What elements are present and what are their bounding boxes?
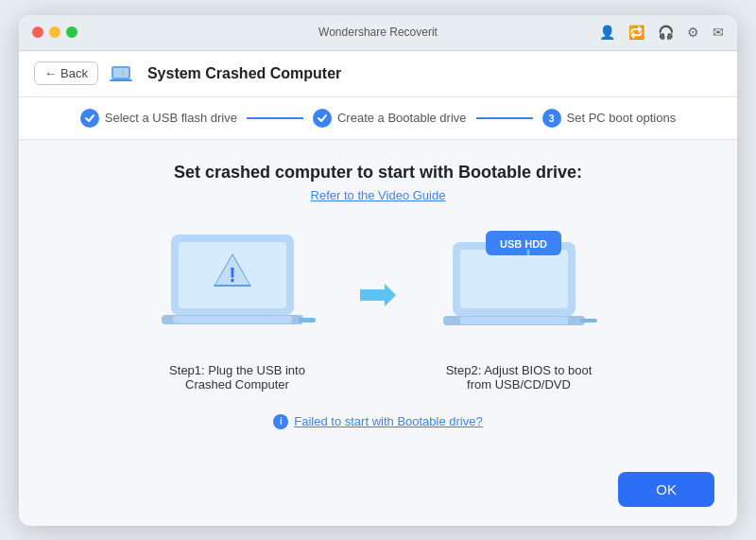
svg-rect-2 <box>110 79 132 81</box>
title-bar: Wondershare Recoverit 👤 🔁 🎧 ⚙ ✉ <box>19 15 737 51</box>
step-1-icon <box>80 109 99 128</box>
share-icon[interactable]: 🔁 <box>628 25 644 40</box>
video-guide-link[interactable]: Refer to the Video Guide <box>311 188 446 202</box>
content-title: Set crashed computer to start with Boota… <box>174 163 582 183</box>
connector-2 <box>476 117 533 119</box>
step1-label: Step1: Plug the USB into Crashed Compute… <box>152 363 322 392</box>
step-3: 3 Set PC boot options <box>542 109 677 128</box>
settings-icon[interactable]: ⚙ <box>687 25 699 40</box>
arrow-connector <box>360 225 396 308</box>
svg-rect-10 <box>173 316 292 323</box>
svg-text:USB HDD: USB HDD <box>500 238 547 250</box>
illustration-area: ! Step1: Plug the USB into Crashed Compu… <box>57 225 699 392</box>
step1-item: ! Step1: Plug the USB into Crashed Compu… <box>152 225 322 392</box>
step-3-icon: 3 <box>542 109 561 128</box>
step-1: Select a USB flash drive <box>80 109 237 128</box>
svg-rect-14 <box>460 250 568 308</box>
svg-rect-11 <box>299 318 316 322</box>
minimize-button[interactable] <box>49 26 60 38</box>
main-content: Set crashed computer to start with Boota… <box>19 140 737 472</box>
step-2-label: Create a Bootable drive <box>337 111 467 125</box>
main-window: Wondershare Recoverit 👤 🔁 🎧 ⚙ ✉ ← Back !… <box>19 15 737 526</box>
step-3-label: Set PC boot options <box>567 111 677 125</box>
step1-illustration: ! <box>152 225 322 348</box>
svg-rect-19 <box>460 317 568 324</box>
step1-laptop: ! <box>152 225 322 352</box>
page-title: System Crashed Computer <box>147 65 341 82</box>
header-icon: ! <box>110 61 136 87</box>
title-bar-icons: 👤 🔁 🎧 ⚙ ✉ <box>599 25 724 40</box>
step2-label: Step2: Adjust BIOS to boot from USB/CD/D… <box>434 363 604 392</box>
step-1-label: Select a USB flash drive <box>105 111 237 125</box>
connector-1 <box>247 117 303 119</box>
back-button[interactable]: ← Back <box>34 61 98 85</box>
step2-illustration: USB HDD <box>434 225 604 348</box>
step-2-icon <box>313 109 332 128</box>
svg-marker-12 <box>360 284 396 306</box>
window-title: Wondershare Recoverit <box>318 26 438 39</box>
user-icon[interactable]: 👤 <box>599 25 615 40</box>
step-2: Create a Bootable drive <box>313 109 467 128</box>
headset-icon[interactable]: 🎧 <box>658 25 674 40</box>
ok-button[interactable]: OK <box>618 472 714 507</box>
mail-icon[interactable]: ✉ <box>713 25 724 40</box>
page-header: ← Back ! System Crashed Computer <box>19 51 737 97</box>
step2-item: USB HDD Step2: Adjust BIOS to boot from … <box>434 225 604 392</box>
fullscreen-button[interactable] <box>66 26 77 38</box>
steps-bar: Select a USB flash drive Create a Bootab… <box>19 97 737 140</box>
info-icon: i <box>273 414 288 429</box>
footer-link-text: Failed to start with Bootable drive? <box>294 414 482 428</box>
footer-bar: OK <box>19 472 737 526</box>
svg-text:!: ! <box>122 69 125 78</box>
footer-help-link[interactable]: i Failed to start with Bootable drive? <box>273 414 482 429</box>
close-button[interactable] <box>32 26 43 38</box>
step2-laptop: USB HDD <box>434 225 604 352</box>
svg-text:!: ! <box>229 263 235 287</box>
traffic-lights <box>32 26 77 38</box>
back-label: Back <box>60 66 88 80</box>
arrow-icon <box>360 282 396 308</box>
svg-rect-20 <box>580 319 597 322</box>
back-arrow-icon: ← <box>44 66 57 80</box>
